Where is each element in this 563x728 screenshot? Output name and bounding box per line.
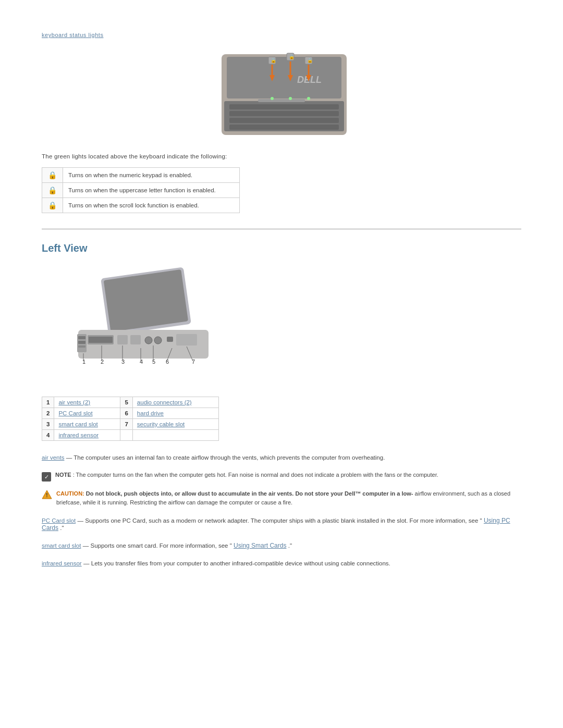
smart-card-text: Supports one smart card. For more inform… [90, 542, 231, 549]
component-num-6: 6 [120, 408, 132, 419]
caution-label: CAUTION: [56, 490, 86, 497]
infrared-sensor-desc: infrared sensor — Lets you transfer file… [42, 560, 521, 567]
svg-rect-4 [229, 104, 339, 109]
svg-rect-29 [78, 341, 85, 344]
pc-card-para: PC Card slot — Supports one PC Card, suc… [42, 517, 521, 532]
left-view-title: Left View [42, 242, 521, 254]
caution-box: ! CAUTION: Do not block, push objects in… [42, 489, 521, 507]
svg-rect-1 [227, 57, 341, 98]
svg-text:3: 3 [121, 359, 125, 365]
infrared-para: infrared sensor — Lets you transfer file… [42, 560, 521, 567]
svg-rect-32 [89, 337, 113, 343]
component-num-4: 4 [42, 430, 54, 441]
svg-rect-25 [104, 269, 188, 332]
component-num-5: 5 [120, 397, 132, 408]
infrared-text: Lets you transfer files from your comput… [91, 560, 390, 566]
keyboard-description-text: The green lights located above the keybo… [42, 153, 521, 159]
caution-icon: ! [42, 490, 52, 499]
svg-text:🔒: 🔒 [289, 54, 295, 60]
component-num-2: 2 [42, 408, 54, 419]
keyboard-image-area: DELL 🔒 🔒 🔒 [42, 49, 521, 138]
component-label-1: air vents (2) [54, 397, 120, 408]
component-label-5: audio connectors (2) [132, 397, 218, 408]
svg-point-21 [271, 97, 274, 100]
svg-rect-5 [229, 111, 339, 116]
security-cable-slot-link[interactable]: security cable slot [137, 421, 185, 427]
svg-rect-33 [117, 335, 128, 344]
component-label-6: hard drive [132, 408, 218, 419]
status-lights-table: 🔒 Turns on when the numeric keypad is en… [42, 167, 240, 213]
status-row-1: 🔒 Turns on when the numeric keypad is en… [42, 168, 240, 183]
svg-text:!: ! [46, 492, 47, 498]
smart-card-term[interactable]: smart card slot [42, 542, 81, 549]
section-divider [42, 229, 521, 229]
svg-text:1: 1 [82, 359, 85, 365]
status-text-3: Turns on when the scroll lock function i… [63, 198, 240, 213]
left-view-section: Left View [42, 242, 521, 567]
air-vents-text: The computer uses an internal fan to cre… [74, 454, 385, 461]
component-label-7: security cable slot [132, 419, 218, 430]
status-row-2: 🔒 Turns on when the uppercase letter fun… [42, 183, 240, 198]
note-icon: ✓ [42, 472, 51, 482]
svg-point-23 [307, 97, 310, 100]
air-vents-desc: air vents — The computer uses an interna… [42, 454, 521, 461]
caution-bold-text: Do not block, push objects into, or allo… [86, 490, 413, 497]
keyboard-status-lights-link[interactable]: keyboard status lights [42, 32, 104, 38]
component-row-1: 1 air vents (2) 5 audio connectors (2) [42, 397, 219, 408]
using-smart-cards-link[interactable]: Using Smart Cards [234, 542, 286, 549]
status-icon-3: 🔒 [42, 198, 63, 213]
svg-rect-6 [229, 118, 339, 123]
component-label-3: smart card slot [54, 419, 120, 430]
svg-text:2: 2 [101, 359, 104, 365]
smart-card-text2: ." [288, 542, 292, 549]
svg-rect-34 [130, 335, 141, 344]
keyboard-section: keyboard status lights DELL [42, 31, 521, 213]
hard-drive-link[interactable]: hard drive [137, 410, 164, 416]
note-content: : The computer turns on the fan when the… [73, 472, 438, 478]
component-num-1: 1 [42, 397, 54, 408]
svg-point-35 [145, 337, 152, 344]
svg-rect-7 [229, 125, 339, 130]
keyboard-diagram-svg: DELL 🔒 🔒 🔒 [206, 49, 357, 138]
left-view-svg-wrapper: 1 2 3 4 5 6 7 [63, 267, 229, 384]
audio-connectors-link[interactable]: audio connectors (2) [137, 399, 192, 405]
status-text-2: Turns on when the uppercase letter funct… [63, 183, 240, 198]
pc-card-slot-link[interactable]: PC Card slot [58, 410, 92, 416]
svg-rect-37 [167, 337, 173, 342]
air-vents-para: air vents — The computer uses an interna… [42, 454, 521, 461]
svg-text:🔒: 🔒 [307, 57, 313, 64]
infrared-term[interactable]: infrared sensor [42, 560, 82, 566]
smart-card-slot-desc: smart card slot — Supports one smart car… [42, 542, 521, 549]
pc-card-text2: ." [60, 525, 64, 531]
status-icon-2: 🔒 [42, 183, 63, 198]
svg-text:🔒: 🔒 [271, 57, 277, 64]
air-vents-dash: — [66, 454, 74, 461]
smart-card-slot-link[interactable]: smart card slot [58, 421, 97, 427]
svg-point-22 [289, 97, 292, 100]
svg-rect-28 [78, 336, 85, 339]
keyboard-image-wrapper: DELL 🔒 🔒 🔒 [206, 49, 357, 138]
status-row-3: 🔒 Turns on when the scroll lock function… [42, 198, 240, 213]
component-num-3: 3 [42, 419, 54, 430]
left-view-image-area: 1 2 3 4 5 6 7 [63, 267, 521, 384]
components-table: 1 air vents (2) 5 audio connectors (2) 2… [42, 397, 219, 441]
component-label-4: infrared sensor [54, 430, 120, 441]
pc-card-slot-desc: PC Card slot — Supports one PC Card, suc… [42, 517, 521, 532]
component-row-4: 4 infrared sensor [42, 430, 219, 441]
infrared-sensor-link[interactable]: infrared sensor [58, 432, 99, 438]
note-box: ✓ NOTE : The computer turns on the fan w… [42, 472, 521, 482]
svg-rect-38 [176, 334, 197, 346]
pc-card-term[interactable]: PC Card slot [42, 517, 76, 524]
svg-text:4: 4 [140, 359, 143, 365]
svg-rect-30 [78, 346, 85, 348]
component-row-2: 2 PC Card slot 6 hard drive [42, 408, 219, 419]
status-icon-1: 🔒 [42, 168, 63, 183]
status-text-1: Turns on when the numeric keypad is enab… [63, 168, 240, 183]
air-vents-term[interactable]: air vents [42, 454, 64, 461]
air-vents-link[interactable]: air vents (2) [58, 399, 90, 405]
pc-card-text: Supports one PC Card, such as a modem or… [85, 517, 482, 524]
component-row-3: 3 smart card slot 7 security cable slot [42, 419, 219, 430]
left-view-diagram-svg: 1 2 3 4 5 6 7 [63, 267, 229, 382]
svg-point-36 [154, 337, 162, 344]
note-text: NOTE : The computer turns on the fan whe… [55, 472, 438, 478]
